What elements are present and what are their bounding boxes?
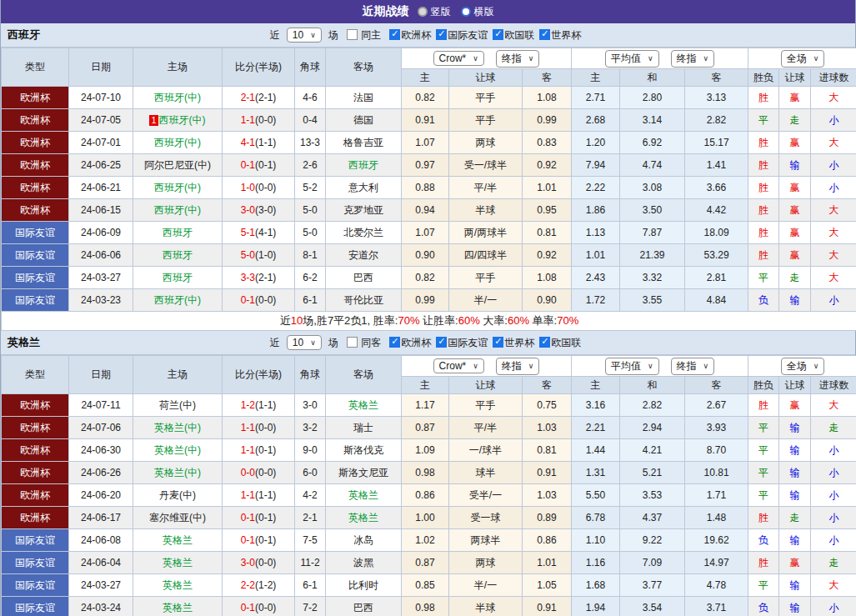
- summary-segment: 让胜率:: [419, 314, 458, 327]
- table-row: 国际友谊24-06-06西班牙5-0(1-0)8-1安道尔0.90四/四球半0.…: [2, 244, 856, 267]
- same-venue-checkbox[interactable]: 同主: [347, 28, 381, 43]
- home-team-cell: 西班牙(中): [133, 177, 223, 199]
- table-row: 欧洲杯24-06-17塞尔维亚(中)0-1(0-1)2-1英格兰1.00受一球0…: [2, 507, 856, 529]
- table-row: 欧洲杯24-07-10西班牙(中)2-1(2-1)4-6法国0.82平手1.08…: [2, 87, 856, 109]
- match-date-cell: 24-06-30: [69, 439, 133, 462]
- chevron-down-icon: ∨: [813, 362, 819, 370]
- match-count-select[interactable]: 10∨: [287, 335, 322, 350]
- full-match-select[interactable]: 全场∨: [781, 358, 825, 375]
- radio-vertical-layout[interactable]: 竖版: [418, 5, 451, 19]
- result-cell: 大: [811, 244, 856, 267]
- competition-checkbox[interactable]: 国际友谊: [436, 337, 493, 348]
- half-time-score: (1-2): [255, 579, 276, 591]
- odds-time-select[interactable]: 终指∨: [496, 50, 540, 68]
- match-date-cell: 24-03-27: [69, 574, 133, 597]
- corner-cell: 7-2: [295, 597, 326, 616]
- match-type-cell: 国际友谊: [2, 222, 69, 244]
- result-cell: 胜: [748, 132, 779, 154]
- match-date-cell: 24-06-06: [69, 244, 133, 267]
- full-time-score: 1-1: [241, 489, 255, 501]
- score-cell: 0-1(0-0): [223, 597, 295, 616]
- handicap-odds-cell: 平手: [449, 109, 523, 132]
- bookmaker-select[interactable]: Crow*∨: [433, 51, 484, 66]
- competition-filters: 欧洲杯国际友谊世界杯欧国联: [389, 336, 586, 350]
- chevron-down-icon: ∨: [703, 362, 709, 370]
- result-cell: 输: [779, 484, 811, 507]
- score-cell: 3-3(2-1): [223, 267, 295, 289]
- same-venue-checkbox[interactable]: 同客: [347, 336, 381, 350]
- handicap-odds-cell: 1.09: [402, 439, 449, 462]
- average-odds-cell: 1.41: [685, 154, 748, 177]
- half-time-score: (3-0): [255, 204, 276, 216]
- handicap-odds-cell: 受半/一: [449, 484, 523, 507]
- full-time-score: 0-1: [241, 512, 255, 523]
- match-date-cell: 24-06-04: [69, 552, 133, 574]
- home-team-name: 英格兰: [163, 579, 193, 591]
- handicap-odds-cell: 半/一: [449, 289, 523, 312]
- home-team-cell: 西班牙(中): [133, 132, 223, 154]
- average-odds-cell: 4.78: [685, 574, 748, 597]
- away-team-name: 英格兰: [348, 512, 378, 523]
- away-team-cell: 巴西: [326, 597, 402, 616]
- competition-checkbox[interactable]: 欧国联: [539, 337, 586, 348]
- competition-checkbox[interactable]: 欧洲杯: [389, 337, 436, 348]
- handicap-odds-cell: 0.87: [402, 552, 449, 574]
- handicap-odds-cell: 四/四球半: [449, 244, 523, 267]
- half-time-score: (4-1): [255, 227, 276, 238]
- summary-segment: 70%: [398, 314, 419, 327]
- same-venue-label: 同主: [361, 29, 381, 41]
- subcol-avg-away: 客: [685, 69, 748, 87]
- table-row: 国际友谊24-03-27英格兰2-2(1-2)6-1比利时0.85半/一1.05…: [2, 574, 856, 597]
- table-row: 国际友谊24-03-27西班牙3-3(2-1)6-2巴西0.82平手1.082.…: [2, 267, 856, 289]
- competition-checkbox[interactable]: 欧洲杯: [389, 29, 436, 41]
- competition-checkbox[interactable]: 世界杯: [539, 29, 586, 41]
- handicap-odds-cell: 1.08: [523, 87, 572, 109]
- handicap-odds-cell: 0.94: [402, 199, 449, 222]
- average-odds-group-header: 平均值∨ 终指∨: [572, 356, 748, 377]
- average-odds-cell: 2.94: [620, 417, 685, 439]
- result-cell: 胜: [748, 154, 779, 177]
- away-team-name: 巴西: [353, 602, 373, 613]
- bookmaker-select[interactable]: Crow*∨: [433, 358, 484, 373]
- average-select[interactable]: 平均值∨: [605, 358, 659, 375]
- checkbox-icon: [493, 29, 503, 40]
- subcol-goals: 进球数: [811, 377, 856, 394]
- handicap-odds-cell: 一/球半: [449, 439, 523, 462]
- corner-cell: 4-6: [295, 87, 326, 109]
- corner-cell: 5-2: [295, 177, 326, 199]
- result-cell: 走: [811, 417, 856, 439]
- average-odds-group-header: 平均值∨ 终指∨: [572, 48, 748, 69]
- result-cell: 输: [779, 154, 811, 177]
- checkbox-icon: [436, 337, 447, 348]
- full-time-score: 1-0: [241, 182, 255, 193]
- score-cell: 3-0(0-0): [223, 552, 295, 574]
- radio-horizontal-layout[interactable]: 横版: [461, 5, 494, 19]
- home-team-name: 西班牙: [163, 249, 193, 261]
- match-date-cell: 24-03-27: [69, 267, 133, 289]
- table-row: 国际友谊24-03-24英格兰0-1(0-0)7-2巴西0.98半球0.911.…: [2, 597, 856, 616]
- average-odds-cell: 4.37: [620, 507, 685, 529]
- competition-checkbox[interactable]: 国际友谊: [436, 29, 493, 41]
- odds-time-select-2[interactable]: 终指∨: [671, 50, 715, 68]
- home-team-cell: 荷兰(中): [133, 394, 223, 417]
- col-header-home: 主场: [133, 48, 223, 87]
- odds-time-select[interactable]: 终指∨: [496, 358, 540, 375]
- away-team-cell: 西班牙: [326, 154, 402, 177]
- result-cell: 小: [811, 439, 856, 462]
- table-row: 欧洲杯24-06-15西班牙(中)3-0(3-0)5-0克罗地亚0.94半球0.…: [2, 199, 856, 222]
- score-cell: 3-0(3-0): [223, 199, 295, 222]
- competition-checkbox[interactable]: 世界杯: [493, 337, 539, 348]
- match-count-select[interactable]: 10∨: [287, 28, 322, 43]
- radio-icon: [418, 7, 428, 17]
- handicap-odds-cell: 0.91: [402, 109, 449, 132]
- competition-checkbox[interactable]: 欧国联: [493, 29, 539, 41]
- average-select[interactable]: 平均值∨: [605, 50, 659, 68]
- competition-label: 世界杯: [504, 337, 534, 348]
- summary-segment: 60%: [508, 314, 529, 327]
- home-team-name: 西班牙(中): [154, 294, 201, 306]
- full-time-score: 2-1: [241, 92, 255, 103]
- match-date-cell: 24-06-09: [69, 222, 133, 244]
- away-team-cell: 斯洛伐克: [326, 439, 402, 462]
- odds-time-select-2[interactable]: 终指∨: [671, 358, 715, 375]
- full-match-select[interactable]: 全场∨: [781, 50, 825, 68]
